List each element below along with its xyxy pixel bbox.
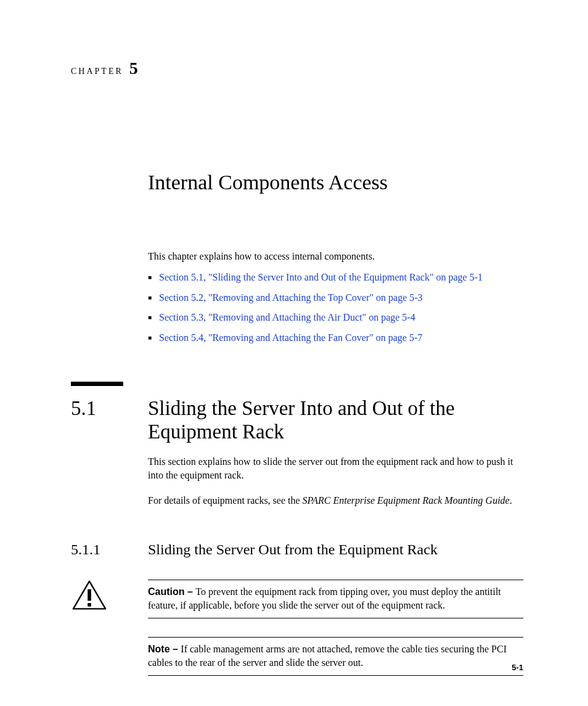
- toc-link-5-1[interactable]: Section 5.1, "Sliding the Server Into an…: [159, 272, 483, 282]
- p2-italic: SPARC Enterprise Equipment Rack Mounting…: [303, 495, 510, 506]
- toc-item: Section 5.4, "Removing and Attaching the…: [148, 331, 523, 345]
- p2-post: .: [510, 495, 512, 506]
- toc-link-5-2[interactable]: Section 5.2, "Removing and Attaching the…: [159, 292, 423, 303]
- note-label: Note –: [148, 644, 181, 654]
- caution-text: To prevent the equipment rack from tippi…: [148, 586, 501, 610]
- caution-row: Caution – To prevent the equipment rack …: [71, 580, 523, 618]
- page-number: 5-1: [512, 663, 523, 672]
- section-5-1: 5.1 Sliding the Server Into and Out of t…: [71, 382, 523, 507]
- section-paragraph-2: For details of equipment racks, see the …: [148, 494, 523, 507]
- note-box: Note – If cable management arms are not …: [148, 637, 523, 676]
- toc-link-5-4[interactable]: Section 5.4, "Removing and Attaching the…: [159, 332, 422, 343]
- subsection-title: Sliding the Server Out from the Equipmen…: [148, 541, 438, 558]
- caution-box: Caution – To prevent the equipment rack …: [148, 580, 523, 618]
- chapter-number: 5: [129, 59, 138, 78]
- section-paragraph-1: This section explains how to slide the s…: [148, 455, 523, 483]
- toc-link-5-3[interactable]: Section 5.3, "Removing and Attaching the…: [159, 312, 415, 322]
- chapter-label: CHAPTER: [71, 67, 123, 76]
- svg-rect-2: [88, 603, 91, 607]
- chapter-intro: This chapter explains how to access inte…: [148, 250, 523, 263]
- caution-label: Caution –: [148, 586, 195, 597]
- chapter-title: Internal Components Access: [148, 171, 523, 194]
- toc-item: Section 5.1, "Sliding the Server Into an…: [148, 271, 523, 284]
- subsection-heading-row: 5.1.1 Sliding the Server Out from the Eq…: [71, 541, 523, 558]
- subsection-number: 5.1.1: [71, 541, 148, 558]
- svg-rect-1: [88, 589, 91, 601]
- chapter-heading-line: CHAPTER 5: [71, 59, 523, 78]
- toc-item: Section 5.2, "Removing and Attaching the…: [148, 291, 523, 305]
- toc-item: Section 5.3, "Removing and Attaching the…: [148, 311, 523, 324]
- section-number: 5.1: [71, 397, 148, 421]
- section-heading-row: 5.1 Sliding the Server Into and Out of t…: [71, 397, 523, 444]
- caution-icon-wrap: [71, 580, 148, 610]
- toc-list: Section 5.1, "Sliding the Server Into an…: [148, 271, 523, 345]
- page-container: CHAPTER 5 Internal Components Access Thi…: [0, 0, 588, 676]
- section-rule: [71, 382, 123, 386]
- note-text: If cable management arms are not attache…: [148, 644, 507, 668]
- section-title: Sliding the Server Into and Out of the E…: [148, 397, 523, 444]
- p2-pre: For details of equipment racks, see the: [148, 495, 303, 506]
- caution-triangle-icon: [72, 580, 107, 610]
